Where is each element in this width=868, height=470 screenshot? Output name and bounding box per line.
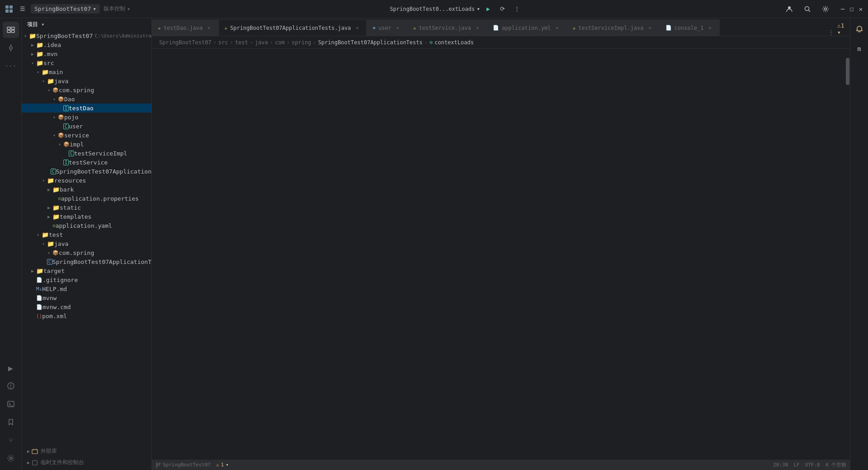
tree-item-pojo[interactable]: ▾ 📦 pojo [22,113,151,122]
tree-item-application.properties[interactable]: ⚙ application.properties [22,194,151,203]
svg-rect-3 [9,9,13,13]
settings-icon[interactable] [819,3,832,15]
tree-item-user[interactable]: C user [22,122,151,131]
maximize-button[interactable]: □ [848,5,855,13]
right-notifications-icon[interactable] [852,22,867,36]
tree-item-com.spring-test[interactable]: ▾ 📦 com.spring [22,248,151,257]
scrollbar-thumb[interactable] [846,58,849,85]
tree-item-SpringBootTest07ApplicationT[interactable]: C SpringBootTest07ApplicationT [22,257,151,266]
tab-testServiceImpl[interactable]: ☕testServiceImpl.java✕ [566,19,659,36]
tree-item-com.spring[interactable]: ▾ 📦 com.spring [22,85,151,94]
activity-git-icon[interactable]: ⑂ [3,432,19,448]
tree-item-static[interactable]: ▶ 📁 static [22,203,151,212]
tabs-more-button[interactable]: ⋮ [825,29,837,36]
breadcrumb-com[interactable]: com [275,39,285,46]
right-structure-icon[interactable]: m [852,42,867,56]
activity-commit-icon[interactable] [3,40,19,56]
indent-status[interactable]: 4 个空格 [826,461,846,468]
activity-more-icon[interactable]: ··· [3,58,19,74]
tree-item-mvnw.cmd[interactable]: 📄 mvnw.cmd [22,302,151,311]
account-icon[interactable] [783,3,796,15]
temp-files-item[interactable]: ▶ 临时文件和控制台 [22,457,151,468]
activity-debug-icon[interactable] [3,378,19,394]
tab-testDao[interactable]: ☕testDao.java✕ [152,19,218,36]
tree-item-.gitignore[interactable]: 📄 .gitignore [22,275,151,284]
tab-console_1[interactable]: 📄console_1✕ [660,19,720,36]
tab-testService[interactable]: ☕testService.java✕ [407,19,487,36]
activity-terminal-icon[interactable] [3,396,19,412]
tab-close-button[interactable]: ✕ [394,24,401,32]
tab-close-button[interactable]: ✕ [205,24,212,32]
tree-item-SpringBootTest07Application[interactable]: C SpringBootTest07Application [22,167,151,176]
run-button[interactable]: ▶ [482,3,495,15]
tree-item-label: testDao [69,105,94,112]
tree-item-src[interactable]: ▾ 📁 src [22,58,151,67]
breadcrumb-test[interactable]: test [235,39,248,46]
tree-item-templates[interactable]: ▶ 📁 templates [22,212,151,221]
tree-item-pom.xml[interactable]: ⟨⟩ pom.xml [22,311,151,320]
tab-close-button[interactable]: ✕ [474,24,481,32]
scrollbar-track[interactable] [845,49,850,459]
tree-item-bark[interactable]: ▶ 📁 bark [22,185,151,194]
sidebar-header[interactable]: 项目 ▾ [22,18,151,31]
java-icon: I [63,105,69,111]
git-branch-status[interactable]: SpringBootTest07 [156,462,211,468]
activity-run-icon[interactable]: ▶ [3,360,19,376]
tree-arrow-icon [29,276,36,283]
breadcrumb-item[interactable]: SpringBootTest07 [159,39,212,46]
tree-item-main[interactable]: ▾ 📁 main [22,67,151,76]
close-button[interactable]: ✕ [857,5,864,13]
tree-item-testDao[interactable]: I testDao [22,103,151,113]
tree-item-impl[interactable]: ▾ 📦 impl [22,140,151,149]
tab-close-button[interactable]: ✕ [707,24,714,32]
editor-notification-icon[interactable]: ⚠1 ▾ [837,22,850,36]
tree-item-java[interactable]: ▾ 📁 java [22,76,151,85]
line-ending-status[interactable]: LF [793,462,799,468]
right-bar: m [850,18,868,470]
breadcrumb-java[interactable]: java [255,39,268,46]
breadcrumb-spring[interactable]: spring [292,39,311,46]
tree-item-HELP.md[interactable]: M↓ HELP.md [22,284,151,293]
breadcrumb-class[interactable]: SpringBootTest07ApplicationTests [318,39,423,46]
external-libraries-item[interactable]: ▶ 外部库 [22,446,151,457]
activity-settings-icon[interactable] [3,450,19,466]
search-icon[interactable] [801,3,814,15]
more-actions-button[interactable]: ⋮ [511,3,524,15]
minimize-button[interactable]: ─ [839,5,846,13]
java-icon: C [69,150,74,156]
breadcrumb-src[interactable]: src [218,39,228,46]
tree-item-Dao[interactable]: ▾ 📦 Dao [22,94,151,103]
code-area[interactable] [174,49,845,459]
tree-item-application.yaml[interactable]: ⚙ application.yaml [22,221,151,230]
tab-close-button[interactable]: ✕ [354,24,361,32]
tree-item-root[interactable]: ▾ 📁 SpringBootTest07 C:\Users\Administra… [22,31,151,40]
time-status: 20:38 [773,462,788,468]
activity-project-icon[interactable] [3,22,19,38]
tree-item-test[interactable]: ▾ 📁 test [22,230,151,239]
tree-item-idea[interactable]: ▶ 📁 .idea [22,40,151,49]
warning-status[interactable]: ⚠ 1 ▾ [216,462,229,468]
tree-item-service[interactable]: ▾ 📦 service [22,131,151,140]
tree-item-testService[interactable]: I testService [22,158,151,167]
svg-rect-21 [32,450,38,454]
tree-item-mvn[interactable]: ▶ 📁 .mvn [22,49,151,58]
tree-item-testServiceImpl[interactable]: C testServiceImpl [22,149,151,158]
tree-item-resources[interactable]: ▾ 📁 resources [22,176,151,185]
project-dropdown[interactable]: SpringBootTest07 ▾ [31,4,100,14]
tree-item-target[interactable]: ▶ 📁 target [22,266,151,275]
tree-item-java-test[interactable]: ▾ 📁 java [22,239,151,248]
tree-item-mvnw[interactable]: 📄 mvnw [22,293,151,302]
hamburger-menu-icon[interactable]: ☰ [18,4,27,14]
tab-SpringBootTest07ApplicationTests[interactable]: ☕SpringBootTest07ApplicationTests.java✕ [218,19,367,36]
tab-close-button[interactable]: ✕ [553,24,561,32]
tab-close-button[interactable]: ✕ [646,24,654,32]
encoding-status[interactable]: UTF-8 [805,462,820,468]
tab-application.yml[interactable]: 📄application.yml✕ [487,19,566,36]
folder-icon: 📁 [42,69,49,75]
sync-button[interactable]: ⟳ [496,3,509,15]
activity-bookmark-icon[interactable] [3,414,19,430]
app-logo [4,4,14,14]
version-control-btn[interactable]: 版本控制 ▾ [104,5,130,13]
breadcrumb-method[interactable]: contextLoads [434,39,474,46]
tab-user[interactable]: ❖user✕ [367,19,407,36]
